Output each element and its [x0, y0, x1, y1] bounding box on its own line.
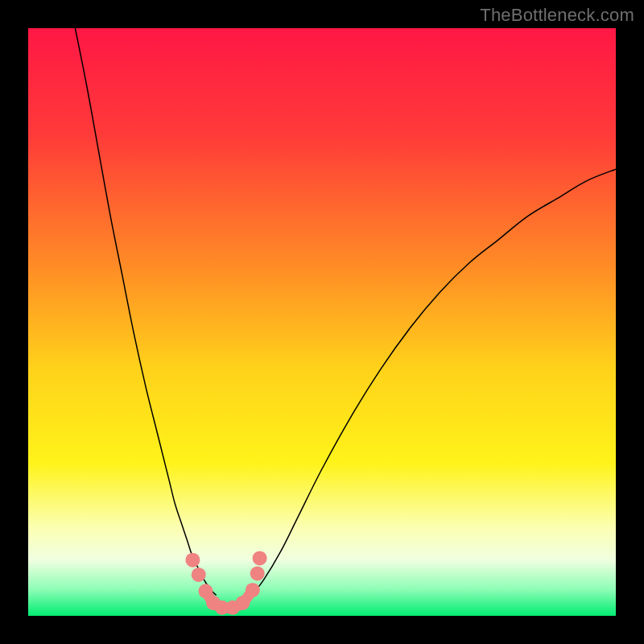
bottleneck-marker: [246, 583, 260, 597]
bottleneck-marker: [250, 566, 265, 580]
chart-canvas: [28, 28, 616, 616]
gradient-background: [28, 28, 616, 616]
bottleneck-marker: [185, 553, 200, 568]
chart-frame: TheBottleneck.com: [0, 0, 644, 644]
bottleneck-marker: [235, 596, 250, 610]
watermark-text: TheBottleneck.com: [480, 5, 634, 26]
bottleneck-marker: [192, 568, 206, 582]
bottleneck-marker: [253, 551, 267, 565]
plot-area: [28, 28, 616, 616]
